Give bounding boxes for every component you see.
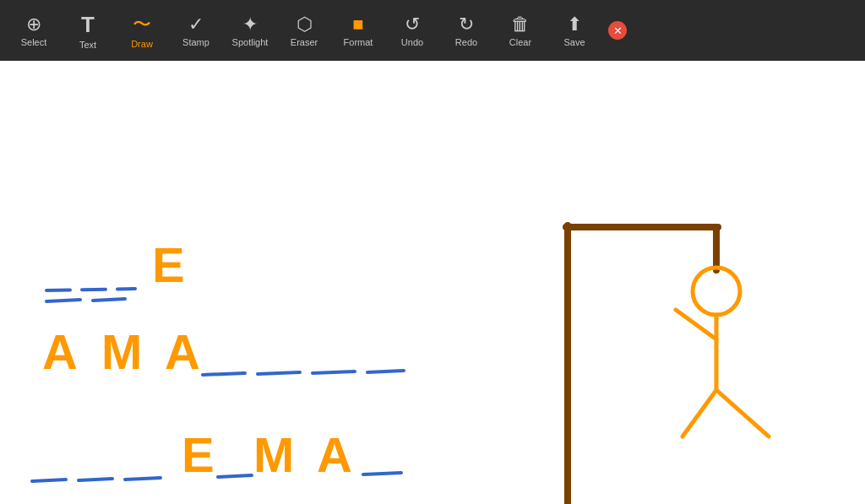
close-button[interactable]: ✕: [608, 21, 627, 40]
svg-line-9: [218, 475, 252, 477]
svg-text:E: E: [152, 237, 185, 292]
stamp-label: Stamp: [182, 37, 209, 47]
svg-line-7: [79, 479, 112, 480]
svg-line-18: [683, 390, 716, 436]
redo-icon: ↻: [459, 14, 474, 35]
drawing-canvas: E A M A E M A: [0, 61, 865, 504]
svg-line-3: [258, 372, 300, 374]
tool-spotlight[interactable]: ✦ Spotlight: [225, 5, 275, 56]
text-label: Text: [79, 40, 96, 50]
svg-line-8: [125, 478, 160, 480]
canvas-area[interactable]: E A M A E M A: [0, 61, 865, 504]
svg-line-1: [93, 299, 125, 301]
eraser-label: Eraser: [291, 37, 318, 47]
spotlight-label: Spotlight: [232, 37, 269, 47]
draw-icon: 〜: [133, 12, 151, 37]
svg-text:M: M: [101, 324, 142, 379]
tool-select[interactable]: ⊕ Select: [8, 5, 59, 56]
tool-undo[interactable]: ↺ Undo: [387, 5, 438, 56]
svg-text:A: A: [165, 324, 200, 379]
draw-label: Draw: [131, 39, 153, 49]
text-icon: T: [81, 12, 95, 38]
svg-line-19: [716, 390, 769, 436]
eraser-icon: ⬡: [296, 14, 313, 35]
save-label: Save: [563, 37, 585, 47]
svg-point-15: [693, 268, 740, 315]
stamp-icon: ✓: [188, 14, 204, 35]
svg-text:A: A: [317, 427, 352, 482]
tool-clear[interactable]: 🗑 Clear: [495, 5, 546, 56]
clear-label: Clear: [509, 37, 531, 47]
tool-save[interactable]: ⬆ Save: [549, 5, 600, 56]
undo-label: Undo: [401, 37, 423, 47]
svg-text:E: E: [182, 427, 215, 482]
svg-line-0: [46, 300, 80, 301]
redo-label: Redo: [455, 37, 477, 47]
svg-line-6: [32, 480, 66, 481]
select-icon: ⊕: [26, 14, 41, 35]
spotlight-icon: ✦: [242, 14, 258, 35]
svg-text:A: A: [42, 324, 78, 379]
save-icon: ⬆: [567, 14, 582, 35]
svg-line-2: [203, 373, 245, 375]
tool-redo[interactable]: ↻ Redo: [441, 5, 492, 56]
undo-icon: ↺: [405, 14, 420, 35]
toolbar: ⊕ Select T Text 〜 Draw ✓ Stamp ✦ Spotlig…: [0, 0, 865, 61]
svg-line-10: [363, 473, 401, 474]
tool-text[interactable]: T Text: [63, 5, 113, 56]
select-label: Select: [21, 37, 47, 47]
tool-stamp[interactable]: ✓ Stamp: [171, 5, 221, 56]
svg-line-27: [46, 289, 135, 290]
format-label: Format: [344, 37, 373, 47]
tool-eraser[interactable]: ⬡ Eraser: [279, 5, 329, 56]
svg-line-5: [367, 371, 404, 372]
tool-draw[interactable]: 〜 Draw: [117, 5, 167, 56]
clear-icon: 🗑: [511, 14, 530, 35]
tool-format[interactable]: ■ Format: [333, 5, 384, 56]
svg-line-4: [313, 371, 355, 373]
format-icon: ■: [352, 14, 363, 35]
svg-text:M: M: [253, 427, 294, 482]
